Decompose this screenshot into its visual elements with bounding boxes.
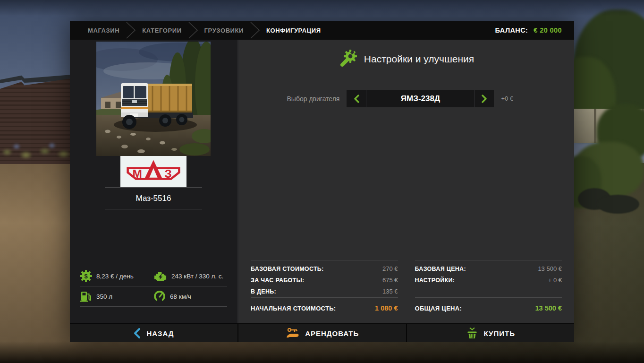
breadcrumb-chevron-icon [125, 21, 136, 40]
purchase-price-column: БАЗОВАЯ ЦЕНА: 13 500 € НАСТРОЙКИ: + 0 € … [415, 260, 562, 319]
buy-button[interactable]: КУПИТЬ [407, 324, 575, 342]
breadcrumb-shop[interactable]: МАГАЗИН [82, 27, 125, 34]
total-price: ОБЩАЯ ЦЕНА: 13 500 € [415, 297, 562, 319]
engine-price-delta: +0 € [501, 95, 525, 102]
back-button[interactable]: НАЗАД [70, 324, 237, 342]
buy-basket-icon [466, 327, 478, 339]
maz-logo-icon: М З [123, 158, 184, 185]
back-chevron-icon [133, 328, 141, 339]
breadcrumb: МАГАЗИН КАТЕГОРИИ ГРУЗОВИКИ КОНФИГУРАЦИЯ [82, 21, 327, 40]
dollar-glyph: $ [84, 273, 88, 280]
maz-logo-letter-z: З [165, 167, 172, 180]
brand-logo-maz: М З [120, 156, 186, 187]
engine-selected-value: ЯМЗ-238Д [366, 90, 475, 107]
price-row-label: ЗА ЧАС РАБОТЫ: [251, 275, 305, 286]
price-row: БАЗОВАЯ СТОИМОСТЬ: 270 € [251, 263, 398, 275]
price-row-label: В ДЕНЬ: [251, 286, 276, 297]
price-row: БАЗОВАЯ ЦЕНА: 13 500 € [415, 263, 562, 275]
breadcrumb-configuration: КОНФИГУРАЦИЯ [261, 27, 327, 34]
price-row: В ДЕНЬ: 135 € [251, 286, 398, 297]
back-button-label: НАЗАД [146, 329, 174, 337]
vehicle-name: Маз-5516 [136, 188, 171, 209]
settings-gear-wrench-icon [339, 50, 357, 69]
stats-row: $ 8,23 € / день 243 кВт / 330 л. с. [80, 266, 227, 286]
stat-power-text: 243 кВт / 330 л. с. [171, 273, 223, 280]
background-tire [597, 195, 639, 214]
maz-logo-letter-m: М [133, 167, 142, 180]
config-title: Настройки и улучшения [364, 53, 474, 65]
price-row-value: + 0 € [548, 275, 562, 285]
price-row-value: 135 € [382, 286, 398, 297]
total-value: 1 080 € [375, 304, 398, 312]
total-label: ОБЩАЯ ЦЕНА: [415, 305, 462, 312]
breadcrumb-chevron-icon [249, 21, 261, 40]
stat-engine-power: 243 кВт / 330 л. с. [153, 270, 227, 282]
chevron-left-icon [354, 95, 359, 103]
rent-hand-key-icon [285, 327, 299, 339]
vehicle-photo-illustration [96, 42, 211, 156]
shop-top-bar: МАГАЗИН КАТЕГОРИИ ГРУЗОВИКИ КОНФИГУРАЦИЯ… [70, 21, 574, 40]
operating-costs-column: БАЗОВАЯ СТОИМОСТЬ: 270 € ЗА ЧАС РАБОТЫ: … [251, 260, 398, 319]
engine-prev-button[interactable] [347, 90, 366, 107]
engine-selector: ЯМЗ-238Д [347, 90, 494, 107]
pricing-summary: БАЗОВАЯ СТОИМОСТЬ: 270 € ЗА ЧАС РАБОТЫ: … [251, 260, 562, 319]
price-row-label: БАЗОВАЯ ЦЕНА: [415, 264, 466, 275]
price-row-label: НАСТРОЙКИ: [415, 275, 455, 286]
buy-button-label: КУПИТЬ [484, 329, 515, 337]
stat-upkeep-cost: $ 8,23 € / день [80, 270, 153, 282]
initial-cost-total: НАЧАЛЬНАЯ СТОИМОСТЬ: 1 080 € [251, 297, 398, 319]
stat-speed-text: 68 км/ч [170, 293, 191, 300]
vignette-bottom [0, 341, 644, 363]
fuel-capacity-icon [80, 290, 92, 302]
vehicle-stats: $ 8,23 € / день 243 кВт / 330 л. с. [80, 266, 227, 307]
price-row: ЗА ЧАС РАБОТЫ: 675 € [251, 275, 398, 286]
configuration-panel: Настройки и улучшения Выбор двигателя ЯМ… [238, 40, 574, 323]
price-row-label: БАЗОВАЯ СТОИМОСТЬ: [251, 264, 324, 275]
stat-upkeep-text: 8,23 € / день [96, 273, 134, 280]
stat-max-speed: 68 км/ч [153, 290, 227, 302]
price-row-value: 270 € [382, 263, 398, 274]
vehicle-panel: М З Маз-5516 [70, 40, 238, 323]
balance-value: € 20 000 [534, 26, 562, 34]
balance: БАЛАНС: € 20 000 [495, 26, 562, 34]
divider [251, 74, 562, 74]
stat-fuel-text: 350 л [96, 293, 112, 300]
background-flowers [0, 138, 72, 165]
engine-power-icon [153, 270, 167, 282]
total-label: НАЧАЛЬНАЯ СТОИМОСТЬ: [251, 305, 336, 312]
engine-next-button[interactable] [475, 90, 494, 107]
config-header: Настройки и улучшения [251, 49, 562, 69]
total-value: 13 500 € [535, 304, 562, 312]
stats-row: 350 л 68 км/ч [80, 286, 227, 307]
breadcrumb-chevron-icon [187, 21, 199, 40]
price-row: НАСТРОЙКИ: + 0 € [415, 275, 562, 286]
balance-label: БАЛАНС: [495, 26, 528, 34]
rent-button[interactable]: АРЕНДОВАТЬ [238, 324, 406, 342]
shop-content: М З Маз-5516 [70, 40, 574, 323]
engine-option-row: Выбор двигателя ЯМЗ-238Д +0 € [251, 90, 562, 107]
vehicle-photo [96, 42, 211, 156]
action-bar: НАЗАД АРЕНДОВАТЬ КУПИТЬ [70, 323, 574, 342]
price-row-value: 675 € [382, 275, 398, 285]
shop-config-window: МАГАЗИН КАТЕГОРИИ ГРУЗОВИКИ КОНФИГУРАЦИЯ… [70, 21, 574, 342]
breadcrumb-trucks[interactable]: ГРУЗОВИКИ [199, 27, 249, 34]
rent-button-label: АРЕНДОВАТЬ [305, 329, 359, 337]
breadcrumb-categories[interactable]: КАТЕГОРИИ [136, 27, 187, 34]
engine-option-label: Выбор двигателя [287, 95, 340, 103]
max-speed-icon [153, 290, 166, 302]
divider [105, 209, 202, 209]
price-row-value: 13 500 € [538, 263, 562, 274]
upkeep-cost-icon: $ [80, 270, 92, 282]
stat-fuel-capacity: 350 л [80, 290, 153, 302]
chevron-right-icon [482, 95, 487, 103]
vignette-top [0, 0, 644, 16]
